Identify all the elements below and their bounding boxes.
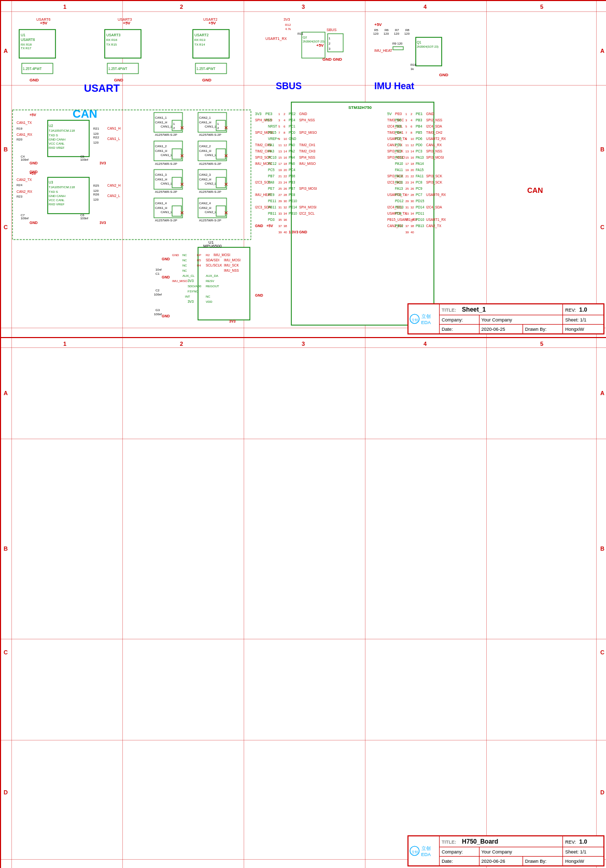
svg-text:GND: GND xyxy=(255,293,263,297)
svg-text:+5V: +5V xyxy=(374,22,382,27)
svg-rect-161 xyxy=(154,198,182,218)
svg-text:13: 13 xyxy=(405,150,409,153)
svg-text:CAN1_L: CAN1_L xyxy=(161,125,173,128)
svg-text:PD15: PD15 xyxy=(416,199,425,203)
svg-text:CAN1_L: CAN1_L xyxy=(205,125,217,128)
svg-text:NC: NC xyxy=(182,269,187,272)
logo-area: 立创 立创EDA xyxy=(410,313,438,325)
svg-text:28: 28 xyxy=(411,193,414,197)
svg-text:11: 11 xyxy=(405,144,409,147)
svg-text:TIM3_SCC: TIM3_SCC xyxy=(387,118,404,122)
svg-text:USART3: USART3 xyxy=(106,33,121,37)
svg-text:PB12: PB12 xyxy=(395,224,403,228)
svg-text:CAN1_1: CAN1_1 xyxy=(155,116,167,119)
svg-text:✕: ✕ xyxy=(224,210,228,216)
p2-row-b-left: B xyxy=(4,545,8,552)
svg-text:CAN2_L: CAN2_L xyxy=(205,211,217,214)
svg-text:37: 37 xyxy=(278,225,282,228)
p2-row-c-right: C xyxy=(600,649,604,655)
svg-text:PB6: PB6 xyxy=(289,174,295,178)
svg-text:IMU Heat: IMU Heat xyxy=(374,81,414,91)
svg-text:CAN2_4: CAN2_4 xyxy=(199,202,211,205)
svg-text:VREF+: VREF+ xyxy=(268,137,279,141)
svg-text:MPU6500: MPU6500 xyxy=(203,244,222,248)
svg-text:R21: R21 xyxy=(93,127,100,130)
svg-rect-119 xyxy=(172,120,181,131)
svg-text:TIM2_CH2: TIM2_CH2 xyxy=(255,143,272,147)
svg-text:SPI3_MOSI: SPI3_MOSI xyxy=(426,156,444,160)
svg-text:39: 39 xyxy=(278,231,282,234)
svg-text:31: 31 xyxy=(278,206,282,209)
svg-text:CAN2_TX: CAN2_TX xyxy=(17,178,32,182)
svg-text:+5V: +5V xyxy=(123,21,131,25)
title-label-p2: TITLE: xyxy=(442,839,456,845)
svg-text:A1257WR-S-2P: A1257WR-S-2P xyxy=(155,190,177,193)
row-c-left: C xyxy=(4,224,8,230)
svg-text:VDD: VDD xyxy=(206,300,213,303)
svg-text:R10: R10 xyxy=(411,63,417,66)
svg-text:A1257WR-S-2P: A1257WR-S-2P xyxy=(199,162,221,165)
svg-text:PA2: PA2 xyxy=(289,149,295,153)
svg-text:120: 120 xyxy=(93,132,99,135)
svg-text:+5V: +5V xyxy=(30,113,36,117)
svg-text:PC11: PC11 xyxy=(395,156,404,159)
svg-text:16: 16 xyxy=(284,156,287,159)
svg-text:C5: C5 xyxy=(80,155,84,158)
svg-text:100nf: 100nf xyxy=(80,217,88,220)
svg-text:+5V: +5V xyxy=(40,21,48,25)
svg-text:SPI2_MOSI: SPI2_MOSI xyxy=(255,131,273,135)
col-4-top: 4 xyxy=(424,4,427,10)
svg-text:GND: GND xyxy=(162,257,170,261)
svg-text:PA14: PA14 xyxy=(416,162,424,165)
svg-text:PE3: PE3 xyxy=(265,112,272,116)
svg-text:+5V: +5V xyxy=(30,172,36,175)
svg-text:R5: R5 xyxy=(374,29,378,32)
svg-text:PA1: PA1 xyxy=(268,143,274,147)
p2-col-1-top: 1 xyxy=(63,341,66,347)
svg-text:✕: ✕ xyxy=(180,181,184,187)
svg-text:5: 5 xyxy=(278,125,280,128)
svg-text:4.7k: 4.7k xyxy=(285,27,291,31)
svg-text:U1: U1 xyxy=(21,33,25,37)
p2-col-5-top: 5 xyxy=(540,341,543,347)
svg-text:EP: EP xyxy=(197,254,201,257)
svg-text:USART2_RX: USART2_RX xyxy=(426,137,446,141)
svg-text:TIM2_CH4: TIM2_CH4 xyxy=(255,149,272,153)
svg-text:CAN1_H: CAN1_H xyxy=(199,121,212,124)
svg-text:1.25T-4PWT: 1.25T-4PWT xyxy=(108,67,128,71)
svg-text:TXD  S: TXD S xyxy=(49,190,58,193)
svg-text:RX R13: RX R13 xyxy=(194,38,206,41)
svg-text:I2C3_SCL: I2C3_SCL xyxy=(387,180,403,185)
svg-text:CAN2_1: CAN2_1 xyxy=(199,116,211,119)
svg-text:PC2: PC2 xyxy=(395,149,402,153)
svg-text:FA10: FA10 xyxy=(395,180,403,184)
svg-text:PC12: PC12 xyxy=(268,162,277,165)
svg-text:PC3: PC3 xyxy=(416,149,422,153)
svg-text:5V: 5V xyxy=(387,112,392,116)
svg-text:I2C4_SDA: I2C4_SDA xyxy=(426,124,442,129)
svg-text:2: 2 xyxy=(217,127,219,130)
svg-text:4: 4 xyxy=(284,119,286,122)
svg-text:120: 120 xyxy=(394,32,400,35)
svg-text:A1257WR-S-2P: A1257WR-S-2P xyxy=(199,133,221,136)
svg-text:USART2_TX: USART2_TX xyxy=(387,137,407,141)
svg-text:14: 14 xyxy=(411,150,414,153)
svg-text:R9 120: R9 120 xyxy=(392,42,403,45)
svg-text:8: 8 xyxy=(284,131,286,134)
svg-text:GND  CANH: GND CANH xyxy=(49,138,65,141)
svg-text:100nf: 100nf xyxy=(154,313,162,316)
svg-rect-176 xyxy=(291,102,434,325)
svg-text:PA0: PA0 xyxy=(289,143,295,147)
svg-text:SPH_MISO: SPH_MISO xyxy=(255,118,273,122)
svg-text:STM32H750: STM32H750 xyxy=(348,105,372,110)
svg-text:CAN2_2: CAN2_2 xyxy=(199,145,211,148)
svg-text:PB4: PB4 xyxy=(416,124,422,128)
svg-text:RX R16: RX R16 xyxy=(106,38,118,41)
svg-text:A1257WR-S-2P: A1257WR-S-2P xyxy=(199,219,221,222)
svg-text:PA4: PA4 xyxy=(289,156,295,159)
svg-text:CAN2_H: CAN2_H xyxy=(199,178,212,181)
svg-text:PD10: PD10 xyxy=(416,218,425,221)
svg-text:6: 6 xyxy=(284,125,286,128)
svg-text:3V3: 3V3 xyxy=(284,18,290,21)
title-block-page1: 立创 立创EDA TITLE: Sheet_1 REV: 1.0 xyxy=(407,303,604,334)
